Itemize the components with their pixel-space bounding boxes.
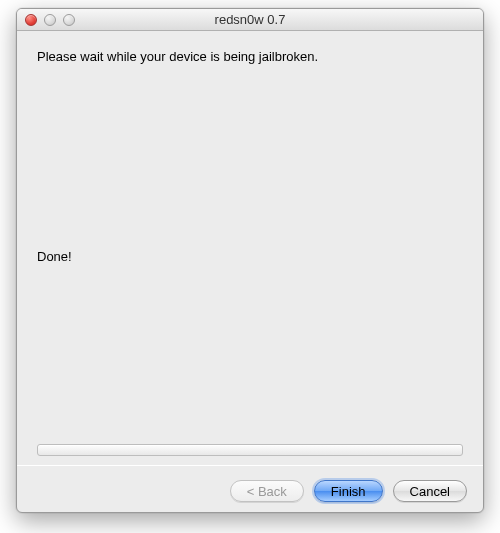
back-button: < Back (230, 480, 304, 502)
progress-bar (37, 444, 463, 456)
instruction-text: Please wait while your device is being j… (37, 49, 463, 64)
content-area: Please wait while your device is being j… (17, 31, 483, 512)
zoom-icon[interactable] (63, 14, 75, 26)
finish-button[interactable]: Finish (314, 480, 383, 502)
titlebar: redsn0w 0.7 (17, 9, 483, 31)
minimize-icon[interactable] (44, 14, 56, 26)
progress-area (37, 444, 463, 456)
close-icon[interactable] (25, 14, 37, 26)
traffic-lights (17, 14, 75, 26)
status-text: Done! (37, 249, 72, 264)
app-window: redsn0w 0.7 Please wait while your devic… (16, 8, 484, 513)
footer-buttons: < Back Finish Cancel (230, 480, 467, 502)
footer-divider (17, 465, 483, 466)
cancel-button[interactable]: Cancel (393, 480, 467, 502)
window-title: redsn0w 0.7 (17, 12, 483, 27)
